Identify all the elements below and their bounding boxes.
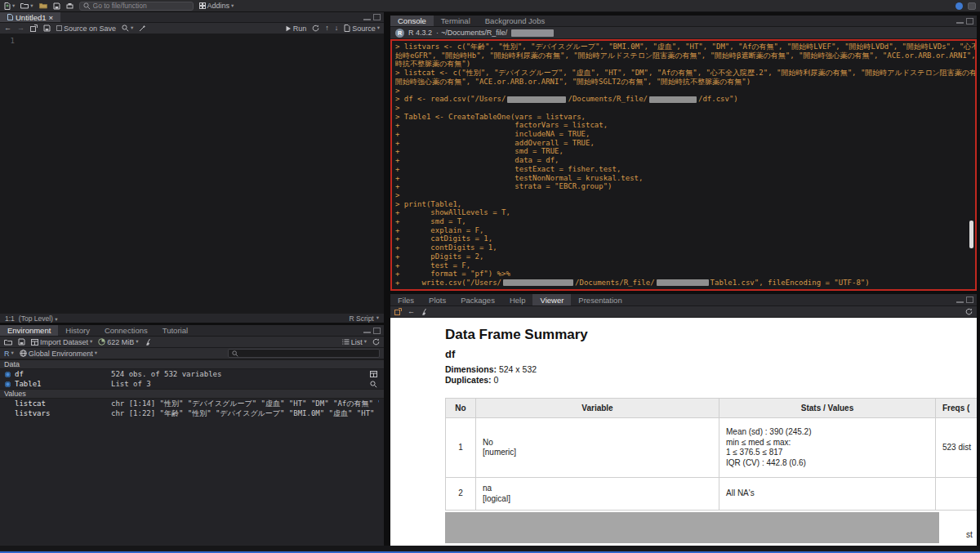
tab-label: Packages	[461, 296, 495, 305]
viewer-back-button[interactable]: ←	[408, 308, 415, 315]
global-environment-selector[interactable]: Global Environment ▾	[20, 350, 97, 358]
environment-search-input[interactable]	[241, 350, 376, 358]
print-button[interactable]	[66, 2, 74, 10]
run-button[interactable]: Run	[285, 25, 307, 33]
open-file-button[interactable]	[39, 2, 47, 9]
addins-label: Addins	[207, 2, 230, 10]
tab-environment[interactable]: Environment	[0, 325, 58, 336]
forward-button[interactable]: →	[17, 25, 24, 32]
save-button[interactable]	[43, 25, 51, 32]
list-icon	[342, 339, 350, 345]
environment-search[interactable]	[228, 349, 380, 358]
console-line: >	[395, 104, 972, 113]
viewer-content[interactable]: Data Frame Summary df Dimensions: 524 x …	[390, 318, 977, 546]
dimensions-line: Dimensions: 524 x 532	[445, 364, 537, 374]
inspect-object-icon[interactable]	[370, 381, 379, 388]
editor-body[interactable]	[20, 34, 384, 313]
tab-presentation[interactable]: Presentation	[571, 294, 629, 305]
object-description: List of 3	[111, 380, 370, 388]
maximize-pane-icon[interactable]	[373, 14, 381, 20]
tab-plots[interactable]: Plots	[421, 294, 453, 305]
console-line: > listcat <- c("性別", "デバイスグループ", "虚血", "…	[395, 69, 972, 78]
tab-connections[interactable]: Connections	[97, 325, 155, 336]
list-view-button[interactable]: List ▾	[342, 338, 367, 346]
viewer-popout-button[interactable]	[394, 308, 402, 315]
memory-usage-button[interactable]: 622 MiB ▾	[98, 338, 138, 346]
clear-objects-button[interactable]	[145, 338, 153, 346]
save-button[interactable]	[53, 2, 60, 10]
goto-file-search[interactable]	[79, 2, 194, 11]
column-header-variable: Variable	[476, 399, 719, 418]
console-body[interactable]: > listvars <- c("年齢", "性別", "デバイスグループ", …	[390, 39, 977, 291]
maximize-pane-icon[interactable]	[373, 328, 381, 334]
code-tools-button[interactable]	[139, 25, 146, 32]
vertical-splitter[interactable]	[384, 12, 390, 546]
find-replace-button[interactable]: ▾	[122, 25, 133, 32]
goto-file-input[interactable]	[93, 2, 189, 10]
console-output[interactable]: > listvars <- c("年齢", "性別", "デバイスグループ", …	[395, 42, 972, 288]
minimize-pane-icon[interactable]	[956, 21, 964, 24]
minimize-pane-icon[interactable]	[956, 301, 964, 303]
tab-background-jobs[interactable]: Background Jobs	[478, 16, 552, 26]
file-type-selector[interactable]: R Script ▾	[350, 314, 380, 323]
scope-selector[interactable]: (Top Level) ▾	[19, 314, 58, 323]
source-button[interactable]: Source ▾	[344, 25, 380, 33]
minimize-pane-icon[interactable]	[363, 18, 371, 20]
import-dataset-button[interactable]: Import Dataset ▾	[31, 338, 92, 346]
tab-label: Viewer	[540, 296, 564, 305]
tab-label: Plots	[429, 296, 446, 305]
console-text: + testExact = fisher.test,	[395, 165, 621, 173]
source-down-button[interactable]: ↓	[335, 25, 339, 32]
duplicates-value: 0	[494, 375, 499, 385]
back-button[interactable]: ←	[4, 25, 11, 32]
minimize-pane-icon[interactable]	[363, 331, 371, 333]
tab-tutorial[interactable]: Tutorial	[155, 325, 195, 336]
new-file-button[interactable]: ▾	[4, 2, 15, 10]
popout-button[interactable]	[30, 25, 38, 32]
view-data-icon[interactable]	[370, 371, 379, 377]
forward-arrow-icon: →	[17, 25, 24, 32]
tab-console[interactable]: Console	[390, 16, 434, 26]
code-editor[interactable]: 1	[0, 34, 384, 313]
maximize-pane-icon[interactable]	[966, 297, 973, 303]
tab-help[interactable]: Help	[502, 294, 533, 305]
tab-terminal[interactable]: Terminal	[434, 16, 478, 26]
console-text: /df.csv")	[698, 95, 738, 103]
r-session-selector[interactable]: R ▾	[4, 350, 14, 358]
environment-row-listcat[interactable]: listcat chr [1:14] "性別" "デバイスグループ" "虚血" …	[0, 399, 384, 408]
rerun-button[interactable]	[312, 25, 319, 32]
console-text: + smd = TRUE,	[395, 147, 564, 155]
refresh-button[interactable]	[372, 338, 380, 346]
environment-row-listvars[interactable]: listvars chr [1:22] "年齢" "性別" "デバイスグループ"…	[0, 408, 384, 418]
viewer-clear-button[interactable]	[421, 308, 429, 316]
addins-menu[interactable]: Addins ▾	[199, 2, 234, 10]
profile-icon[interactable]	[968, 2, 976, 10]
working-directory[interactable]: ~/Documents/R_file/	[441, 29, 507, 37]
source-on-save-toggle[interactable]: Source on Save	[56, 25, 116, 33]
checkbox-icon[interactable]	[56, 25, 62, 31]
console-scrollbar[interactable]	[969, 221, 973, 248]
environment-row-table1[interactable]: Table1 List of 3	[0, 379, 384, 389]
info-icon[interactable]	[956, 2, 963, 10]
save-icon	[53, 2, 60, 10]
tab-packages[interactable]: Packages	[453, 294, 502, 305]
tab-label: Terminal	[441, 16, 470, 25]
load-workspace-button[interactable]	[4, 339, 12, 346]
console-text: > listvars <- c("年齢", "性別", "デバイスグループ", …	[395, 42, 977, 51]
chevron-down-icon: ▾	[11, 350, 14, 356]
tab-files[interactable]: Files	[390, 294, 421, 305]
tab-history[interactable]: History	[58, 325, 97, 336]
source-up-button[interactable]: ↑	[325, 25, 329, 32]
save-workspace-button[interactable]	[18, 338, 25, 346]
environment-row-df[interactable]: df 524 obs. of 532 variables	[0, 369, 384, 379]
maximize-pane-icon[interactable]	[966, 18, 973, 25]
close-icon[interactable]: ×	[49, 13, 54, 22]
tab-viewer[interactable]: Viewer	[532, 294, 571, 305]
console-line: 時抗不整脈薬の有無")	[395, 60, 972, 69]
viewer-refresh-button[interactable]	[965, 308, 973, 315]
tab-untitled1[interactable]: Untitled1 ×	[0, 12, 60, 22]
new-project-button[interactable]: ▾	[20, 2, 33, 9]
environment-scope-bar: R ▾ Global Environment ▾	[0, 348, 384, 359]
console-line: + format = "pf") %>%	[395, 270, 972, 279]
data-object-icon	[5, 372, 11, 377]
